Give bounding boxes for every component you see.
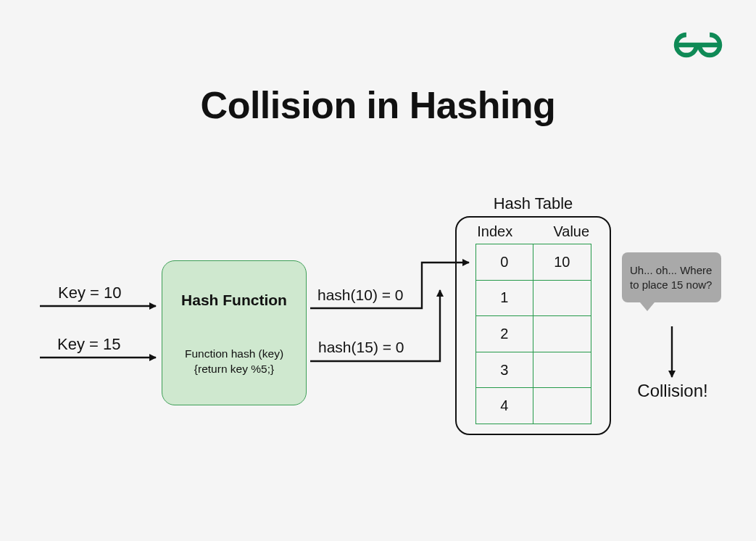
hash-table-label: Hash Table (455, 194, 611, 213)
hash-output-10: hash(10) = 0 (317, 286, 404, 304)
table-row: 2 (476, 315, 591, 352)
table-row: 4 (476, 387, 591, 424)
cell-index: 4 (476, 388, 533, 424)
cell-value (533, 316, 591, 352)
key-15-label: Key = 15 (57, 335, 120, 354)
hash-function-box: Hash Function Function hash (key) {retur… (162, 260, 307, 405)
cell-index: 3 (476, 352, 533, 388)
diagram-title: Collision in Hashing (0, 83, 756, 127)
collision-label: Collision! (622, 381, 723, 401)
cell-index: 1 (476, 281, 533, 316)
hash-table-header-value: Value (533, 223, 610, 240)
cell-value: 10 (533, 244, 591, 280)
table-row: 3 (476, 352, 591, 388)
gfg-logo-icon (673, 30, 723, 59)
table-row: 0 10 (476, 244, 591, 280)
hash-function-code-line2: {return key %5;} (162, 362, 306, 377)
cell-value (533, 352, 591, 388)
hash-output-15: hash(15) = 0 (318, 339, 404, 356)
hash-table-header-index: Index (457, 223, 533, 240)
cell-index: 0 (476, 244, 533, 280)
table-row: 1 (476, 280, 591, 316)
hash-function-code-line1: Function hash (key) (162, 347, 306, 362)
hash-table-grid: 0 10 1 2 3 4 (475, 244, 591, 424)
hash-function-title: Hash Function (162, 292, 306, 309)
cell-value (533, 388, 591, 424)
cell-index: 2 (476, 316, 533, 352)
collision-speech-bubble: Uh... oh... Where to place 15 now? (622, 252, 721, 302)
cell-value (533, 281, 591, 316)
key-10-label: Key = 10 (58, 284, 121, 302)
hash-table: Index Value 0 10 1 2 3 4 (455, 216, 611, 435)
